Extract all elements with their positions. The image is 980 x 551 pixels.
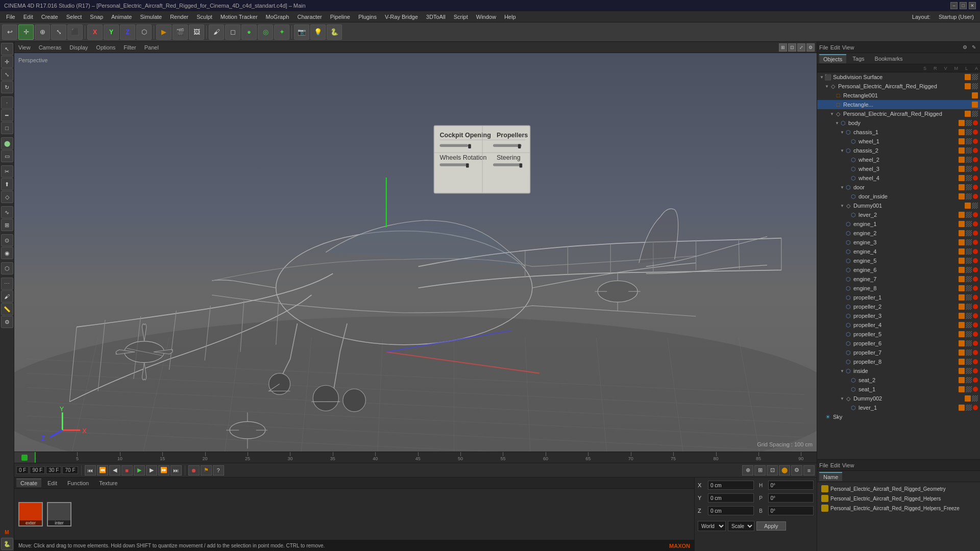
tree-item[interactable]: ▼⬡chassis_2	[817, 146, 980, 155]
material-swatch-interior[interactable]: inter	[47, 502, 71, 527]
tree-item[interactable]: ⬡wheel_4	[817, 173, 980, 183]
tree-item[interactable]: ▼⬛Subdivision Surface	[817, 72, 980, 82]
tree-item[interactable]: ⬡engine_7	[817, 274, 980, 284]
move-tool-btn[interactable]: ✛	[18, 24, 34, 40]
tree-item[interactable]: ▼◇Dummy002	[817, 394, 980, 403]
p-input[interactable]	[768, 493, 814, 503]
tab-objects[interactable]: Objects	[819, 54, 846, 63]
menu-plugins[interactable]: Plugins	[354, 13, 381, 21]
menu-pipeline[interactable]: Pipeline	[326, 13, 354, 21]
play-btn[interactable]: ▶	[134, 465, 145, 475]
menu-select[interactable]: Select	[62, 13, 86, 21]
right-view-menu[interactable]: View	[842, 44, 854, 51]
prev-key-btn[interactable]: ◀	[109, 465, 120, 475]
spline-btn[interactable]: ∿	[1, 206, 13, 218]
move-sidebar-btn[interactable]: ✛	[1, 56, 13, 68]
tree-arrow[interactable]: ▼	[840, 204, 845, 208]
measure-btn[interactable]: 📏	[1, 303, 13, 315]
tree-item[interactable]: ▼◇Dummy001	[817, 201, 980, 210]
tree-item[interactable]: ▼⬡door	[817, 183, 980, 192]
material-assign-btn[interactable]: ⬡	[1, 262, 13, 274]
menu-create[interactable]: Create	[37, 13, 62, 21]
sculpt-smooth-btn[interactable]: ✦	[274, 24, 289, 40]
timeline-mode-btn[interactable]: ⬤	[779, 465, 790, 475]
snap-btn[interactable]: ⊞	[1, 219, 13, 231]
soft-selection-btn[interactable]: ◉	[1, 247, 13, 259]
menu-help[interactable]: Help	[500, 13, 520, 21]
menu-vray[interactable]: V-Ray Bridge	[381, 13, 422, 21]
z-axis-btn[interactable]: Z	[120, 24, 135, 40]
frame-current[interactable]: 0 F	[19, 467, 26, 473]
tree-item[interactable]: ☀Sky	[817, 412, 980, 421]
tree-arrow[interactable]: ▼	[840, 369, 845, 373]
tree-item[interactable]: □Rectangle001	[817, 91, 980, 100]
timeline-extra-btn[interactable]: ≡	[803, 465, 815, 475]
h-input[interactable]	[768, 481, 814, 490]
rotate-tool-btn[interactable]: ⊕	[35, 24, 50, 40]
x-axis-btn[interactable]: X	[87, 24, 103, 40]
tab-tags[interactable]: Tags	[848, 55, 868, 63]
tree-item[interactable]: ▼◇Personal_Electric_Aircraft_Red_Rigged	[817, 82, 980, 91]
frame-end-display[interactable]: 90 F	[32, 467, 42, 473]
tree-item[interactable]: ⬡propeller_3	[817, 311, 980, 320]
apply-button[interactable]: Apply	[756, 521, 786, 531]
python-btn[interactable]: 🐍	[327, 24, 342, 40]
minimize-btn[interactable]: –	[950, 2, 958, 9]
tree-item[interactable]: ⬡propeller_5	[817, 330, 980, 339]
select-tool-btn[interactable]: ↖	[1, 43, 13, 55]
tree-item[interactable]: ⬡propeller_1	[817, 293, 980, 302]
timeline-settings-btn[interactable]: ⚙	[791, 465, 802, 475]
tree-item[interactable]: ⬡engine_6	[817, 265, 980, 274]
menu-file[interactable]: File	[2, 13, 19, 21]
tree-arrow[interactable]: ▼	[824, 84, 829, 89]
maximize-btn[interactable]: □	[960, 2, 967, 9]
tree-item[interactable]: ⬡lever_2	[817, 210, 980, 219]
sculpt-inflate-btn[interactable]: ◎	[258, 24, 273, 40]
scale-sidebar-btn[interactable]: ⤡	[1, 68, 13, 81]
menu-animate[interactable]: Animate	[107, 13, 136, 21]
panel-menu[interactable]: Panel	[142, 43, 161, 52]
close-btn[interactable]: ✕	[969, 2, 976, 9]
cameras-menu[interactable]: Cameras	[37, 43, 64, 52]
right-edit-menu[interactable]: Edit	[830, 44, 840, 51]
attr-edit-menu[interactable]: Edit	[830, 462, 840, 468]
coord-space-dropdown[interactable]: World Object Local	[698, 521, 726, 531]
knife-tool-btn[interactable]: ✂	[1, 165, 13, 178]
tree-item[interactable]: ⬡propeller_6	[817, 339, 980, 348]
tree-item[interactable]: ⬡propeller_4	[817, 320, 980, 330]
paint-brush-btn[interactable]: 🖌	[209, 24, 224, 40]
menu-character[interactable]: Character	[293, 13, 326, 21]
coord-scale-dropdown[interactable]: Scale Size	[728, 521, 754, 531]
viewport-full-btn[interactable]: ⤢	[797, 43, 805, 52]
goto-end-btn[interactable]: ⏭	[170, 465, 182, 475]
options-menu[interactable]: Options	[94, 43, 117, 52]
tree-item[interactable]: ▼⬡body	[817, 118, 980, 128]
tab-texture[interactable]: Texture	[95, 479, 121, 487]
tree-arrow[interactable]: ▼	[840, 148, 845, 153]
python-sidebar-btn[interactable]: 🐍	[1, 538, 13, 550]
tree-arrow[interactable]: ▼	[840, 185, 845, 190]
menu-snap[interactable]: Snap	[86, 13, 107, 21]
tree-item[interactable]: ⬡wheel_3	[817, 164, 980, 173]
record-btn[interactable]: ⏺	[188, 465, 200, 475]
layout-value[interactable]: Startup (User)	[935, 13, 978, 21]
right-panel-icon1[interactable]: ⚙	[961, 43, 969, 52]
edge-mode-btn[interactable]: ━	[1, 109, 13, 121]
tree-item[interactable]: ⬡engine_2	[817, 229, 980, 238]
timeline[interactable]: 051015202530354045505560657075808590	[14, 452, 817, 463]
timeline-playhead[interactable]	[35, 452, 36, 463]
menu-motion-tracker[interactable]: Motion Tracker	[216, 13, 262, 21]
right-panel-icon2[interactable]: ✎	[970, 43, 978, 52]
tree-arrow[interactable]: ▼	[819, 75, 824, 80]
filter-menu[interactable]: Filter	[121, 43, 138, 52]
light-btn[interactable]: 💡	[310, 24, 326, 40]
window-controls[interactable]: – □ ✕	[950, 2, 976, 9]
tree-item[interactable]: ⬡seat_1	[817, 385, 980, 394]
tree-item[interactable]: ▼⬡inside	[817, 366, 980, 375]
menu-edit[interactable]: Edit	[19, 13, 37, 21]
tree-item[interactable]: ⬡wheel_2	[817, 155, 980, 164]
motion-path-btn[interactable]: ⊕	[742, 465, 753, 475]
stop-btn[interactable]: ■	[121, 465, 133, 475]
display-menu[interactable]: Display	[67, 43, 90, 52]
next-key-btn[interactable]: ▶	[146, 465, 157, 475]
